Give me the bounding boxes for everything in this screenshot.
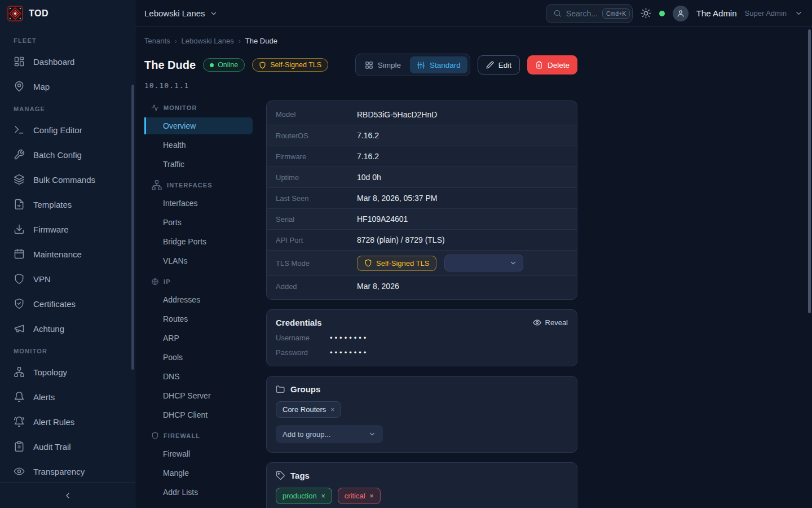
tls-mode-select[interactable]	[444, 255, 523, 271]
subnav-item-traffic[interactable]: Traffic	[144, 156, 253, 173]
tls-badge: Self-Signed TLS	[252, 58, 328, 72]
delete-button[interactable]: Delete	[527, 55, 577, 75]
reveal-button[interactable]: Reveal	[533, 318, 568, 327]
subnav-item-overview[interactable]: Overview	[144, 117, 253, 134]
breadcrumb-separator: ›	[239, 37, 241, 45]
sidebar-item-templates[interactable]: Templates	[0, 192, 135, 217]
subnav-item-health[interactable]: Health	[144, 137, 253, 154]
sliders-icon	[417, 61, 425, 69]
sidebar-item-topology[interactable]: Topology	[0, 360, 135, 384]
subnav-item-bridge-ports[interactable]: Bridge Ports	[144, 233, 253, 250]
add-to-group-select[interactable]: Add to group...	[276, 425, 383, 443]
sun-icon	[641, 8, 651, 19]
subnav-item-routes[interactable]: Routes	[144, 310, 253, 327]
subnav-item-conntrack[interactable]: ConnTrack	[144, 503, 253, 508]
device-subnav: MONITOROverviewHealthTrafficINTERFACESIn…	[144, 100, 253, 508]
chevron-left-icon	[63, 491, 72, 500]
folder-icon	[276, 384, 285, 394]
groups-card: Groups Core Routers× Add to group...	[266, 376, 577, 453]
online-dot-icon	[210, 63, 214, 67]
topbar: Lebowski Lanes Search... Cmd+K	[135, 0, 812, 27]
subnav-item-dns[interactable]: DNS	[144, 368, 253, 385]
sidebar-item-bulk-commands[interactable]: Bulk Commands	[0, 167, 135, 192]
sidebar-item-map[interactable]: Map	[0, 74, 135, 99]
detail-value-firmware: 7.16.2	[357, 152, 379, 161]
username-row: Username ••••••••	[276, 334, 568, 342]
tag-icon	[276, 471, 285, 480]
header-controls: Simple Standard Edit	[355, 54, 577, 76]
detail-row-routeros: RouterOS 7.16.2	[267, 125, 577, 146]
detail-value-routeros: 7.16.2	[357, 131, 379, 140]
calendar-icon	[14, 248, 25, 260]
sidebar-item-vpn[interactable]: VPN	[0, 266, 135, 291]
remove-chip-icon[interactable]: ×	[370, 492, 374, 500]
subnav-item-mangle[interactable]: Mangle	[144, 465, 253, 481]
user-menu-chevron-icon[interactable]	[795, 9, 803, 17]
pencil-icon	[486, 61, 494, 69]
sidebar-item-alert-rules[interactable]: Alert Rules	[0, 409, 135, 434]
group-chips: Core Routers×	[276, 401, 568, 418]
view-standard-button[interactable]: Standard	[410, 56, 467, 73]
credentials-card: Credentials Reveal Username ••••••••	[266, 309, 577, 366]
detail-value-api-port: 8728 (plain) / 8729 (TLS)	[357, 235, 445, 244]
page-scrollbar[interactable]	[808, 29, 811, 313]
subnav-item-pools[interactable]: Pools	[144, 349, 253, 366]
subnav-item-addresses[interactable]: Addresses	[144, 291, 253, 308]
detail-row-tls-mode: TLS Mode Self-Signed TLS	[267, 250, 577, 275]
sidebar-collapse-button[interactable]	[0, 482, 135, 508]
sidebar-item-config-editor[interactable]: Config Editor	[0, 117, 135, 142]
tag-chip: critical×	[338, 488, 381, 504]
subnav-item-addr-lists[interactable]: Addr Lists	[144, 484, 253, 501]
download-icon	[14, 224, 25, 235]
breadcrumb-item[interactable]: Tenants	[144, 37, 170, 45]
subnav-item-vlans[interactable]: VLANs	[144, 252, 253, 269]
cards-column: Model RBD53iG-5HacD2HnD RouterOS 7.16.2 …	[266, 100, 577, 508]
subnav-item-interfaces[interactable]: Interfaces	[144, 195, 253, 212]
group-chip: Core Routers×	[276, 401, 341, 418]
sidebar-section-manage: MANAGE	[0, 99, 135, 117]
theme-toggle-button[interactable]	[641, 8, 651, 19]
remove-chip-icon[interactable]: ×	[330, 406, 334, 414]
subnav-item-arp[interactable]: ARP	[144, 330, 253, 347]
tenant-name: Lebowski Lanes	[144, 8, 205, 18]
sidebar: TOD FLEETDashboardMapMANAGEConfig Editor…	[0, 0, 135, 508]
search-input[interactable]: Search... Cmd+K	[546, 4, 633, 23]
bell-ring-icon	[14, 416, 25, 427]
sidebar-scrollbar[interactable]	[131, 85, 134, 370]
sidebar-section-fleet: FLEET	[0, 30, 135, 49]
subnav-item-dhcp-server[interactable]: DHCP Server	[144, 387, 253, 404]
sidebar-item-batch-config[interactable]: Batch Config	[0, 142, 135, 167]
sidebar-item-transparency[interactable]: Transparency	[0, 459, 135, 482]
subnav-item-firewall[interactable]: Firewall	[144, 445, 253, 462]
sidebar-item-audit-trail[interactable]: Audit Trail	[0, 434, 135, 459]
connection-status-dot	[659, 11, 665, 16]
search-shortcut-badge: Cmd+K	[602, 8, 630, 19]
layers-icon	[14, 174, 25, 185]
title-cluster: The Dude Online Self-Signed TLS	[144, 58, 328, 72]
view-simple-button[interactable]: Simple	[358, 56, 408, 73]
sidebar-item-firmware[interactable]: Firmware	[0, 217, 135, 242]
breadcrumb-item[interactable]: Lebowski Lanes	[182, 37, 234, 45]
avatar[interactable]	[673, 6, 689, 21]
detail-value-serial: HF109A24601	[357, 214, 408, 224]
tls-mode-badge: Self-Signed TLS	[357, 256, 436, 271]
chevron-down-icon	[368, 430, 376, 438]
tag-chip: production×	[276, 488, 332, 504]
tenant-switcher[interactable]: Lebowski Lanes	[144, 8, 218, 18]
chevron-down-icon	[509, 259, 517, 267]
subnav-section-ip: IP	[144, 274, 253, 289]
edit-button[interactable]: Edit	[478, 55, 520, 75]
detail-row-api-port: API Port 8728 (plain) / 8729 (TLS)	[267, 229, 577, 250]
sidebar-item-certificates[interactable]: Certificates	[0, 291, 135, 316]
remove-chip-icon[interactable]: ×	[321, 492, 325, 500]
sidebar-item-dashboard[interactable]: Dashboard	[0, 49, 135, 74]
sidebar-item-maintenance[interactable]: Maintenance	[0, 242, 135, 266]
logo: TOD	[0, 0, 135, 27]
eye-icon	[14, 466, 25, 477]
subnav-item-ports[interactable]: Ports	[144, 214, 253, 231]
search-icon	[553, 9, 562, 17]
sidebar-item-alerts[interactable]: Alerts	[0, 384, 135, 409]
subnav-item-dhcp-client[interactable]: DHCP Client	[144, 406, 253, 423]
sidebar-item-achtung[interactable]: Achtung	[0, 316, 135, 341]
breadcrumb-item[interactable]: The Dude	[245, 37, 277, 45]
